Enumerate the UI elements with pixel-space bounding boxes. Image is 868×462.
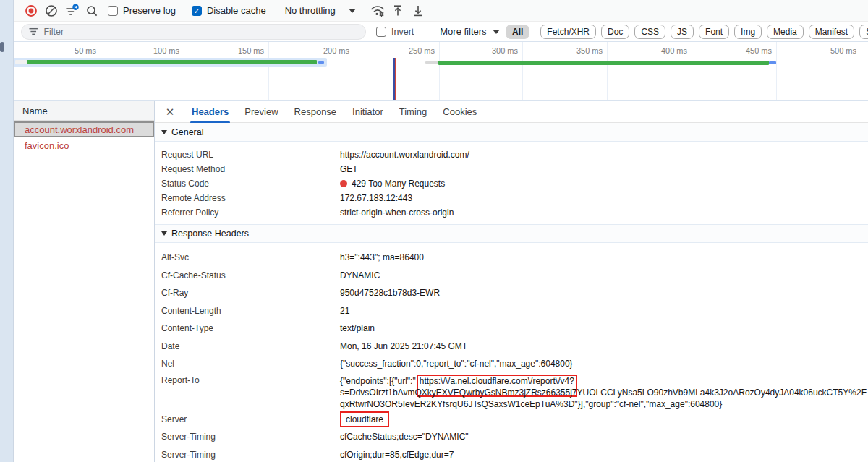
header-field: Remote Address172.67.183.12:443 (155, 191, 868, 205)
gridline (101, 42, 101, 100)
header-field: Server-TimingcfCacheStatus;desc="DYNAMIC… (155, 428, 868, 446)
download-arrow-icon (411, 4, 425, 18)
header-field: Cf-Cache-StatusDYNAMIC (155, 267, 868, 285)
resource-type-pill[interactable]: CSS (634, 25, 665, 39)
general-section-header[interactable]: General (155, 123, 868, 142)
preserve-log-checkbox[interactable] (108, 6, 118, 16)
status-dot-icon (340, 180, 347, 187)
highlight-annotation: cloudflare (340, 411, 389, 427)
resource-type-pill[interactable]: JS (671, 25, 694, 39)
request-details-panel: ✕ HeadersPreviewResponseInitiatorTimingC… (155, 101, 868, 462)
tick-label: 350 ms (552, 46, 603, 55)
tab-initiator[interactable]: Initiator (344, 101, 391, 123)
header-field-name: Cf-Ray (155, 288, 340, 298)
tick-label: 450 ms (721, 46, 772, 55)
resource-type-pill[interactable]: All (506, 25, 529, 39)
gridline (607, 42, 608, 100)
resource-type-pill[interactable]: Manifest (809, 25, 854, 39)
tab-cookies[interactable]: Cookies (435, 101, 485, 123)
clear-button[interactable] (41, 1, 61, 20)
page-event-line (395, 58, 396, 100)
header-field-value: {"success_fraction":0,"report_to":"cf-ne… (340, 359, 868, 369)
filter-funnel-icon (29, 27, 38, 35)
import-arrow-icon (391, 4, 405, 18)
header-field: Server-TimingcfOrigin;dur=85,cfEdge;dur=… (155, 445, 868, 462)
more-filters-button[interactable]: More filters (440, 26, 486, 37)
header-field-name: Content-Type (155, 323, 340, 333)
gridline (776, 42, 777, 100)
tick-label: 300 ms (467, 46, 518, 55)
waterfall-bar-segment (15, 60, 27, 64)
header-field-value: GET (340, 164, 868, 174)
network-conditions-button[interactable] (367, 1, 388, 20)
tab-timing[interactable]: Timing (391, 101, 435, 123)
tick-label: 500 ms (806, 46, 856, 55)
record-icon (24, 4, 38, 18)
header-field: Content-Length21 (155, 302, 868, 320)
resource-type-pill[interactable]: Fetch/XHR (540, 25, 596, 39)
details-tab-bar: ✕ HeadersPreviewResponseInitiatorTimingC… (155, 101, 868, 123)
report-to-line: qxRtwrNO3OR5IevER2KYfsrqU6JTsQSaxsW1ceEp… (340, 398, 868, 410)
disable-cache-label: Disable cache (207, 5, 266, 16)
close-details-button[interactable]: ✕ (161, 103, 179, 121)
invert-label: Invert (391, 27, 414, 37)
filter-input-container (21, 24, 366, 40)
request-rows: account.worxlandroid.comfavicon.ico (14, 121, 154, 462)
resource-type-pills: AllFetch/XHRDocCSSJSFontImgMediaManifest… (506, 25, 868, 39)
header-field-name: Server-Timing (155, 432, 340, 442)
tick-label: 100 ms (129, 46, 179, 55)
network-panel-root: Preserve log ✓ Disable cache No throttli… (13, 0, 868, 462)
header-field: DateMon, 16 Jun 2025 21:07:45 GMT (155, 338, 868, 356)
tick-label: 250 ms (384, 46, 435, 55)
tab-preview[interactable]: Preview (237, 101, 286, 123)
resource-type-pill[interactable]: Img (734, 25, 762, 39)
resource-type-pill[interactable]: Media (767, 25, 804, 39)
header-field-value: Mon, 16 Jun 2025 21:07:45 GMT (340, 341, 868, 351)
request-list-panel: Name account.worxlandroid.comfavicon.ico (14, 101, 155, 462)
waterfall-bar-segment (769, 61, 776, 64)
wifi-gear-icon (369, 4, 386, 18)
header-field-value: 21 (340, 306, 868, 316)
header-field-name: Status Code (155, 179, 340, 189)
header-field-value: cfOrigin;dur=85,cfEdge;dur=7 (340, 450, 868, 460)
pill-separator (535, 26, 535, 38)
throttling-select[interactable]: No throttling (285, 5, 336, 16)
gridline (354, 42, 354, 100)
more-filters-dropdown-icon[interactable] (493, 30, 500, 34)
gridline (439, 42, 440, 100)
disable-cache-checkbox[interactable]: ✓ (192, 6, 202, 16)
response-headers-section-title: Response Headers (171, 228, 249, 239)
header-field-name: Nel (155, 359, 340, 369)
response-headers-section-header[interactable]: Response Headers (155, 224, 868, 243)
header-field-name: Report-To (155, 375, 340, 385)
tick-label: 200 ms (299, 46, 349, 55)
invert-checkbox[interactable] (376, 27, 386, 37)
resource-type-pill[interactable]: Socket (859, 25, 868, 39)
name-column-header[interactable]: Name (14, 101, 154, 121)
resource-type-pill[interactable]: Doc (601, 25, 629, 39)
resource-type-pill[interactable]: Font (699, 25, 729, 39)
request-row[interactable]: account.worxlandroid.com (14, 121, 154, 137)
disclosure-triangle-icon (161, 231, 167, 236)
header-field: Request MethodGET (155, 162, 868, 176)
search-button[interactable] (82, 1, 102, 20)
header-field: Alt-Svch3=":443"; ma=86400 (155, 249, 868, 267)
filter-toggle-button[interactable] (61, 1, 82, 20)
overview-drag-handle[interactable] (0, 42, 4, 52)
throttling-dropdown-icon[interactable] (349, 9, 356, 13)
header-field-name: Content-Length (155, 306, 340, 316)
record-button[interactable] (21, 1, 41, 20)
export-har-button[interactable] (408, 1, 428, 20)
tick-label: 400 ms (637, 46, 687, 55)
request-row[interactable]: favicon.ico (14, 137, 154, 153)
import-har-button[interactable] (388, 1, 408, 20)
tab-response[interactable]: Response (286, 101, 345, 123)
waterfall-bar-segment (425, 61, 438, 64)
tick-label: 150 ms (213, 46, 264, 55)
header-field-name: Request Method (155, 164, 340, 174)
tab-headers[interactable]: Headers (184, 101, 237, 123)
preserve-log-label: Preserve log (123, 5, 176, 16)
filter-input[interactable] (43, 27, 358, 37)
header-field-value: strict-origin-when-cross-origin (340, 208, 868, 218)
waterfall-overview[interactable]: 50 ms100 ms150 ms200 ms250 ms300 ms350 m… (14, 42, 868, 101)
